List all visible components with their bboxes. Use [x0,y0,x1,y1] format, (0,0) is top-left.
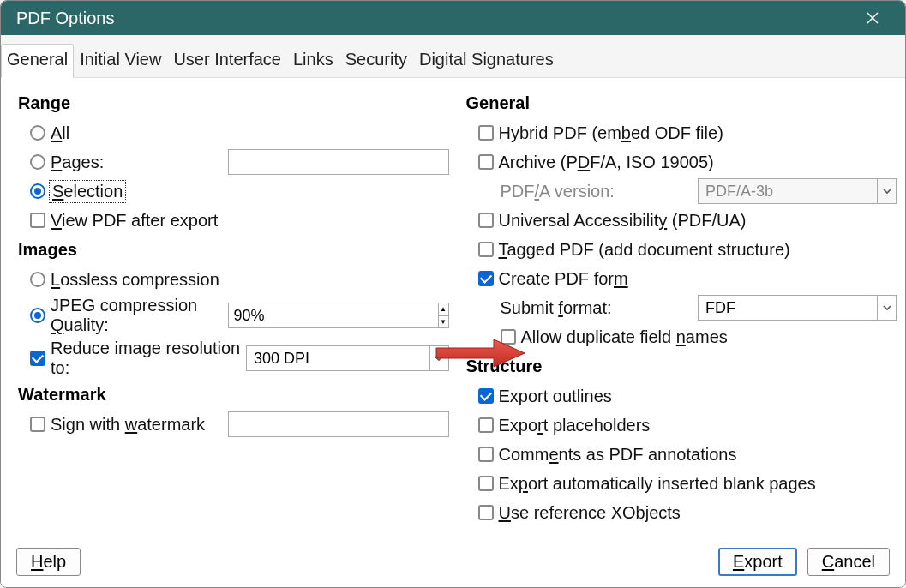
range-title: Range [18,93,449,113]
label-tagged-pdf[interactable]: Tagged PDF (add document structure) [499,240,790,260]
export-button[interactable]: Export [718,548,797,576]
label-create-pdf-form[interactable]: Create PDF form [499,269,628,289]
checkbox-hybrid-pdf[interactable] [478,125,494,141]
label-submit-format: Submit format: [501,298,612,318]
label-jpeg[interactable]: JPEG compression Quality: [51,296,228,335]
label-duplicate-field-names[interactable]: Allow duplicate field names [521,327,728,347]
label-blank-pages[interactable]: Export automatically inserted blank page… [499,474,816,494]
dpi-combo[interactable]: 300 DPI [246,345,448,371]
label-export-placeholders[interactable]: Export placeholders [499,416,651,435]
dialog-title: PDF Options [16,9,114,28]
label-export-outlines[interactable]: Export outlines [499,387,612,406]
label-all[interactable]: All [51,123,69,143]
label-hybrid-pdf[interactable]: Hybrid PDF (embed ODF file) [499,123,723,143]
tab-links[interactable]: Links [287,44,339,77]
checkbox-duplicate-field-names[interactable] [501,329,516,345]
pdfa-version-select: PDF/A-3b [698,178,897,204]
radio-pages[interactable] [30,154,45,170]
label-selection[interactable]: Selection [51,182,124,201]
tab-initial-view[interactable]: Initial View [74,44,167,77]
chevron-down-icon[interactable] [429,346,448,370]
radio-selection[interactable] [30,183,45,199]
jpeg-quality-input[interactable] [229,303,438,327]
images-title: Images [18,240,449,260]
watermark-input[interactable] [228,411,449,437]
tab-security[interactable]: Security [339,44,413,77]
tab-general[interactable]: General [1,44,74,78]
label-pages[interactable]: Pages: [51,153,104,172]
checkbox-universal-accessibility[interactable] [478,213,494,228]
pages-input[interactable] [228,149,449,175]
close-button[interactable] [855,1,890,35]
checkbox-export-placeholders[interactable] [478,417,494,433]
checkbox-export-outlines[interactable] [478,388,494,404]
checkbox-blank-pages[interactable] [478,476,494,491]
general-title: General [466,93,897,113]
label-view-after-export[interactable]: View PDF after export [51,211,218,231]
label-reduce-resolution[interactable]: Reduce image resolution to: [51,339,246,378]
spinner-down-icon[interactable]: ▼ [439,316,448,328]
pdfa-version-value: PDF/A-3b [699,181,877,202]
label-archive[interactable]: Archive (PDF/A, ISO 19005) [499,153,714,172]
spinner-up-icon[interactable]: ▲ [439,303,448,316]
tab-bar: General Initial View User Interface Link… [1,35,905,78]
checkbox-create-pdf-form[interactable] [478,271,494,286]
checkbox-reduce-resolution[interactable] [30,351,45,366]
checkbox-comments-annotations[interactable] [478,447,494,462]
label-xobjects[interactable]: Use reference XObjects [499,503,681,523]
dpi-value: 300 DPI [247,348,429,369]
checkbox-tagged-pdf[interactable] [478,242,494,257]
submit-format-select[interactable]: FDF [698,295,897,321]
chevron-down-icon[interactable] [877,296,896,320]
label-comments-annotations[interactable]: Comments as PDF annotations [499,445,737,465]
content-area: Range All Pages: Selection View PDF afte… [1,78,905,537]
checkbox-watermark[interactable] [30,417,45,432]
radio-jpeg[interactable] [30,308,45,323]
label-watermark[interactable]: Sign with watermark [51,415,205,435]
close-icon [866,11,879,25]
label-pdfa-version: PDF/A version: [501,182,615,201]
right-column: General Hybrid PDF (embed ODF file) Arch… [458,78,906,537]
checkbox-xobjects[interactable] [478,505,494,520]
submit-format-value: FDF [699,297,877,319]
checkbox-archive[interactable] [478,154,494,170]
tab-user-interface[interactable]: User Interface [167,44,287,77]
watermark-title: Watermark [18,385,449,405]
tab-digital-signatures[interactable]: Digital Signatures [413,44,560,77]
checkbox-view-after-export[interactable] [30,213,45,228]
label-lossless[interactable]: Lossless compression [51,270,219,290]
button-bar: Help Export Cancel [1,537,905,588]
structure-title: Structure [466,357,897,376]
jpeg-quality-spinner[interactable]: ▲ ▼ [228,303,449,328]
chevron-down-icon [877,179,896,203]
help-button[interactable]: Help [16,548,81,576]
titlebar: PDF Options [1,1,905,35]
label-universal-accessibility[interactable]: Universal Accessibility (PDF/UA) [499,211,747,231]
cancel-button[interactable]: Cancel [807,548,890,576]
radio-lossless[interactable] [30,272,45,287]
pdf-options-dialog: PDF Options General Initial View User In… [0,0,906,588]
left-column: Range All Pages: Selection View PDF afte… [1,78,458,537]
radio-all[interactable] [30,125,45,141]
